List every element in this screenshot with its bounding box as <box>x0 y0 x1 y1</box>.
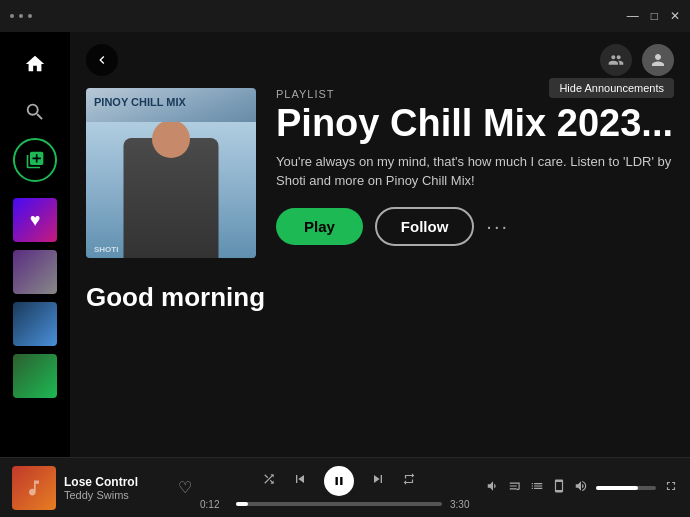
total-time: 3:30 <box>450 499 478 510</box>
player-track-art <box>12 466 56 510</box>
user-avatar[interactable] <box>642 44 674 76</box>
player-track-info: Lose Control Teddy Swims <box>64 475 164 501</box>
current-time: 0:12 <box>200 499 228 510</box>
app-layout: ♥ <box>0 32 690 457</box>
queue-button[interactable] <box>530 479 544 496</box>
queue-icon <box>530 479 544 493</box>
search-icon <box>24 101 46 123</box>
like-track-button[interactable]: ♡ <box>178 478 192 497</box>
repeat-icon <box>402 472 416 486</box>
volume-fill <box>596 486 638 490</box>
top-nav-right <box>600 44 674 76</box>
playlist-art: PINOY CHILL MIX SHOTI <box>86 88 256 258</box>
follow-button[interactable]: Follow <box>375 207 475 246</box>
sidebar-item-search[interactable] <box>10 90 60 134</box>
back-button[interactable] <box>86 44 118 76</box>
art-inner: PINOY CHILL MIX SHOTI <box>86 88 256 258</box>
sidebar: ♥ <box>0 32 70 457</box>
next-button[interactable] <box>370 471 386 490</box>
hide-announcements-button[interactable]: Hide Announcements <box>549 78 674 98</box>
dot2 <box>19 14 23 18</box>
repeat-button[interactable] <box>402 472 416 489</box>
maximize-button[interactable]: □ <box>651 9 658 23</box>
hero-info: Hide Announcements PLAYLIST Pinoy Chill … <box>276 88 674 258</box>
sidebar-item-playlist3[interactable] <box>13 354 57 398</box>
player-buttons <box>262 466 416 496</box>
dot1 <box>10 14 14 18</box>
dot3 <box>28 14 32 18</box>
now-playing-icon <box>486 479 500 493</box>
now-playing-view-button[interactable] <box>486 479 500 496</box>
player-bar: Lose Control Teddy Swims ♡ <box>0 457 690 517</box>
progress-bar[interactable] <box>236 502 442 506</box>
next-icon <box>370 471 386 487</box>
track-art-icon <box>24 478 44 498</box>
player-controls: 0:12 3:30 <box>200 466 478 510</box>
sidebar-item-home[interactable] <box>10 42 60 86</box>
pause-button[interactable] <box>324 466 354 496</box>
connect-device-button[interactable] <box>552 479 566 496</box>
greeting-section-title: Good morning <box>70 274 690 329</box>
titlebar: — □ ✕ <box>0 0 690 32</box>
player-progress[interactable]: 0:12 3:30 <box>200 499 478 510</box>
main-content: PINOY CHILL MIX SHOTI Hid <box>70 32 690 457</box>
lyrics-button[interactable] <box>508 479 522 496</box>
heart-icon: ♥ <box>30 210 41 231</box>
hero-title: Pinoy Chill Mix 2023... <box>276 104 674 144</box>
window-controls: — □ ✕ <box>627 9 680 23</box>
sidebar-item-library[interactable] <box>13 138 57 182</box>
fullscreen-button[interactable] <box>664 479 678 496</box>
shuffle-button[interactable] <box>262 472 276 489</box>
sidebar-item-liked-songs[interactable]: ♥ <box>13 198 57 242</box>
avatar-icon <box>649 51 667 69</box>
device-icon <box>552 479 566 493</box>
lyrics-icon <box>508 479 522 493</box>
play-button[interactable]: Play <box>276 208 363 245</box>
volume-bar[interactable] <box>596 486 656 490</box>
hero-description: You're always on my mind, that's how muc… <box>276 152 674 191</box>
friends-icon-button[interactable] <box>600 44 632 76</box>
back-icon <box>94 52 110 68</box>
hero-actions: Play Follow ··· <box>276 207 674 246</box>
minimize-button[interactable]: — <box>627 9 639 23</box>
volume-button[interactable] <box>574 479 588 496</box>
sidebar-item-playlist2[interactable] <box>13 302 57 346</box>
titlebar-dots <box>10 14 32 18</box>
hero-section: PINOY CHILL MIX SHOTI Hid <box>70 88 690 274</box>
sidebar-item-playlist1[interactable] <box>13 250 57 294</box>
track-artist: Teddy Swims <box>64 489 164 501</box>
pause-icon <box>332 474 346 488</box>
previous-button[interactable] <box>292 471 308 490</box>
track-name: Lose Control <box>64 475 164 489</box>
progress-fill <box>236 502 248 506</box>
fullscreen-icon <box>664 479 678 493</box>
library-icon <box>25 150 45 170</box>
more-options-button[interactable]: ··· <box>486 215 509 238</box>
close-button[interactable]: ✕ <box>670 9 680 23</box>
art-title-text: PINOY CHILL MIX <box>94 96 248 109</box>
volume-icon <box>574 479 588 493</box>
home-icon <box>24 53 46 75</box>
shuffle-icon <box>262 472 276 486</box>
player-extras <box>486 479 678 496</box>
friends-icon <box>608 52 624 68</box>
previous-icon <box>292 471 308 487</box>
